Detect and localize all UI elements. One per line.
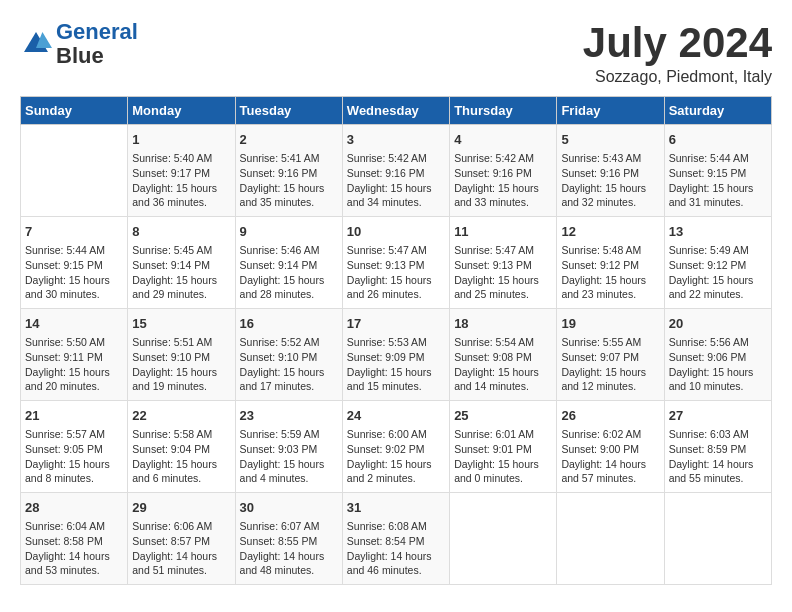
calendar-cell: 26Sunrise: 6:02 AMSunset: 9:00 PMDayligh…: [557, 401, 664, 493]
day-info: Sunrise: 5:41 AMSunset: 9:16 PMDaylight:…: [240, 151, 338, 210]
column-header-sunday: Sunday: [21, 97, 128, 125]
calendar-cell: 12Sunrise: 5:48 AMSunset: 9:12 PMDayligh…: [557, 217, 664, 309]
day-info: Sunrise: 5:56 AMSunset: 9:06 PMDaylight:…: [669, 335, 767, 394]
day-info: Sunrise: 5:42 AMSunset: 9:16 PMDaylight:…: [454, 151, 552, 210]
day-number: 7: [25, 223, 123, 241]
day-info: Sunrise: 6:02 AMSunset: 9:00 PMDaylight:…: [561, 427, 659, 486]
calendar-cell: 11Sunrise: 5:47 AMSunset: 9:13 PMDayligh…: [450, 217, 557, 309]
calendar-cell: 4Sunrise: 5:42 AMSunset: 9:16 PMDaylight…: [450, 125, 557, 217]
column-header-tuesday: Tuesday: [235, 97, 342, 125]
column-header-monday: Monday: [128, 97, 235, 125]
calendar-cell: 16Sunrise: 5:52 AMSunset: 9:10 PMDayligh…: [235, 309, 342, 401]
day-info: Sunrise: 5:42 AMSunset: 9:16 PMDaylight:…: [347, 151, 445, 210]
day-info: Sunrise: 5:47 AMSunset: 9:13 PMDaylight:…: [454, 243, 552, 302]
day-number: 20: [669, 315, 767, 333]
calendar-cell: [557, 492, 664, 584]
calendar-cell: 3Sunrise: 5:42 AMSunset: 9:16 PMDaylight…: [342, 125, 449, 217]
day-info: Sunrise: 5:44 AMSunset: 9:15 PMDaylight:…: [25, 243, 123, 302]
day-number: 2: [240, 131, 338, 149]
calendar-cell: 10Sunrise: 5:47 AMSunset: 9:13 PMDayligh…: [342, 217, 449, 309]
day-number: 3: [347, 131, 445, 149]
day-info: Sunrise: 5:43 AMSunset: 9:16 PMDaylight:…: [561, 151, 659, 210]
day-info: Sunrise: 5:47 AMSunset: 9:13 PMDaylight:…: [347, 243, 445, 302]
day-number: 6: [669, 131, 767, 149]
day-info: Sunrise: 5:52 AMSunset: 9:10 PMDaylight:…: [240, 335, 338, 394]
calendar-cell: 22Sunrise: 5:58 AMSunset: 9:04 PMDayligh…: [128, 401, 235, 493]
calendar-cell: 31Sunrise: 6:08 AMSunset: 8:54 PMDayligh…: [342, 492, 449, 584]
day-info: Sunrise: 5:57 AMSunset: 9:05 PMDaylight:…: [25, 427, 123, 486]
day-number: 26: [561, 407, 659, 425]
calendar-cell: 19Sunrise: 5:55 AMSunset: 9:07 PMDayligh…: [557, 309, 664, 401]
day-info: Sunrise: 5:54 AMSunset: 9:08 PMDaylight:…: [454, 335, 552, 394]
day-info: Sunrise: 5:59 AMSunset: 9:03 PMDaylight:…: [240, 427, 338, 486]
logo-icon: [20, 28, 52, 60]
header-row: SundayMondayTuesdayWednesdayThursdayFrid…: [21, 97, 772, 125]
calendar-cell: 17Sunrise: 5:53 AMSunset: 9:09 PMDayligh…: [342, 309, 449, 401]
day-number: 21: [25, 407, 123, 425]
calendar-cell: 20Sunrise: 5:56 AMSunset: 9:06 PMDayligh…: [664, 309, 771, 401]
calendar-cell: 1Sunrise: 5:40 AMSunset: 9:17 PMDaylight…: [128, 125, 235, 217]
day-info: Sunrise: 5:58 AMSunset: 9:04 PMDaylight:…: [132, 427, 230, 486]
day-info: Sunrise: 5:45 AMSunset: 9:14 PMDaylight:…: [132, 243, 230, 302]
day-number: 30: [240, 499, 338, 517]
calendar-cell: [450, 492, 557, 584]
day-info: Sunrise: 6:04 AMSunset: 8:58 PMDaylight:…: [25, 519, 123, 578]
calendar-cell: [21, 125, 128, 217]
day-info: Sunrise: 5:55 AMSunset: 9:07 PMDaylight:…: [561, 335, 659, 394]
logo: General Blue: [20, 20, 138, 68]
day-info: Sunrise: 5:51 AMSunset: 9:10 PMDaylight:…: [132, 335, 230, 394]
calendar-cell: 27Sunrise: 6:03 AMSunset: 8:59 PMDayligh…: [664, 401, 771, 493]
day-number: 1: [132, 131, 230, 149]
day-info: Sunrise: 6:01 AMSunset: 9:01 PMDaylight:…: [454, 427, 552, 486]
calendar-cell: 6Sunrise: 5:44 AMSunset: 9:15 PMDaylight…: [664, 125, 771, 217]
day-info: Sunrise: 5:40 AMSunset: 9:17 PMDaylight:…: [132, 151, 230, 210]
calendar-cell: 13Sunrise: 5:49 AMSunset: 9:12 PMDayligh…: [664, 217, 771, 309]
day-number: 4: [454, 131, 552, 149]
calendar-cell: 28Sunrise: 6:04 AMSunset: 8:58 PMDayligh…: [21, 492, 128, 584]
week-row-2: 7Sunrise: 5:44 AMSunset: 9:15 PMDaylight…: [21, 217, 772, 309]
day-number: 19: [561, 315, 659, 333]
day-number: 8: [132, 223, 230, 241]
calendar-cell: 18Sunrise: 5:54 AMSunset: 9:08 PMDayligh…: [450, 309, 557, 401]
day-number: 25: [454, 407, 552, 425]
calendar-table: SundayMondayTuesdayWednesdayThursdayFrid…: [20, 96, 772, 585]
day-info: Sunrise: 5:53 AMSunset: 9:09 PMDaylight:…: [347, 335, 445, 394]
day-info: Sunrise: 6:00 AMSunset: 9:02 PMDaylight:…: [347, 427, 445, 486]
day-number: 15: [132, 315, 230, 333]
logo-text: General Blue: [56, 20, 138, 68]
calendar-cell: 30Sunrise: 6:07 AMSunset: 8:55 PMDayligh…: [235, 492, 342, 584]
day-number: 9: [240, 223, 338, 241]
day-number: 29: [132, 499, 230, 517]
day-number: 5: [561, 131, 659, 149]
day-number: 18: [454, 315, 552, 333]
calendar-cell: 24Sunrise: 6:00 AMSunset: 9:02 PMDayligh…: [342, 401, 449, 493]
day-info: Sunrise: 6:06 AMSunset: 8:57 PMDaylight:…: [132, 519, 230, 578]
day-number: 16: [240, 315, 338, 333]
day-number: 22: [132, 407, 230, 425]
day-number: 12: [561, 223, 659, 241]
calendar-cell: 2Sunrise: 5:41 AMSunset: 9:16 PMDaylight…: [235, 125, 342, 217]
calendar-cell: 8Sunrise: 5:45 AMSunset: 9:14 PMDaylight…: [128, 217, 235, 309]
calendar-cell: 9Sunrise: 5:46 AMSunset: 9:14 PMDaylight…: [235, 217, 342, 309]
day-number: 24: [347, 407, 445, 425]
week-row-5: 28Sunrise: 6:04 AMSunset: 8:58 PMDayligh…: [21, 492, 772, 584]
column-header-wednesday: Wednesday: [342, 97, 449, 125]
column-header-friday: Friday: [557, 97, 664, 125]
day-info: Sunrise: 5:46 AMSunset: 9:14 PMDaylight:…: [240, 243, 338, 302]
column-header-saturday: Saturday: [664, 97, 771, 125]
day-info: Sunrise: 5:50 AMSunset: 9:11 PMDaylight:…: [25, 335, 123, 394]
month-title: July 2024: [583, 20, 772, 66]
calendar-cell: 25Sunrise: 6:01 AMSunset: 9:01 PMDayligh…: [450, 401, 557, 493]
page-header: General Blue July 2024 Sozzago, Piedmont…: [20, 20, 772, 86]
location: Sozzago, Piedmont, Italy: [583, 68, 772, 86]
calendar-cell: 5Sunrise: 5:43 AMSunset: 9:16 PMDaylight…: [557, 125, 664, 217]
day-info: Sunrise: 5:49 AMSunset: 9:12 PMDaylight:…: [669, 243, 767, 302]
week-row-3: 14Sunrise: 5:50 AMSunset: 9:11 PMDayligh…: [21, 309, 772, 401]
week-row-4: 21Sunrise: 5:57 AMSunset: 9:05 PMDayligh…: [21, 401, 772, 493]
calendar-cell: 29Sunrise: 6:06 AMSunset: 8:57 PMDayligh…: [128, 492, 235, 584]
day-info: Sunrise: 6:07 AMSunset: 8:55 PMDaylight:…: [240, 519, 338, 578]
title-block: July 2024 Sozzago, Piedmont, Italy: [583, 20, 772, 86]
calendar-cell: 15Sunrise: 5:51 AMSunset: 9:10 PMDayligh…: [128, 309, 235, 401]
day-number: 31: [347, 499, 445, 517]
day-number: 28: [25, 499, 123, 517]
